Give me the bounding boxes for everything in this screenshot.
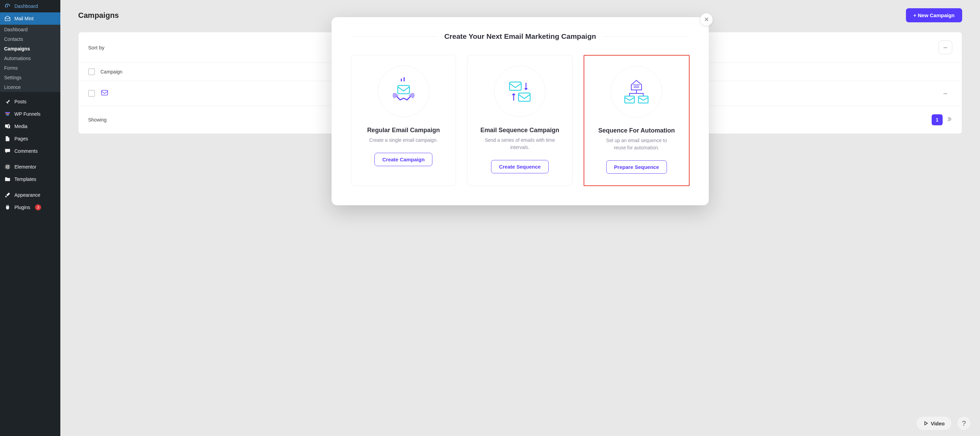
main-content: Campaigns + New Campaign Sort by ··· Cam… bbox=[60, 0, 980, 436]
svg-rect-9 bbox=[102, 90, 108, 95]
svg-rect-14 bbox=[519, 93, 530, 101]
app-root: Dashboard Mail Mint Dashboard Contacts C… bbox=[0, 0, 980, 436]
svg-rect-12 bbox=[398, 85, 409, 94]
plug-icon bbox=[4, 204, 11, 211]
play-icon bbox=[923, 420, 929, 426]
sequence-envelopes-icon bbox=[494, 65, 546, 117]
sidebar-item-label: Media bbox=[14, 124, 27, 129]
sort-label[interactable]: Sort by bbox=[88, 45, 105, 51]
sidebar-item-label: Mail Mint bbox=[14, 16, 33, 21]
video-button[interactable]: Video bbox=[916, 416, 952, 431]
svg-rect-0 bbox=[5, 112, 10, 113]
card-description: Create a single email campaign. bbox=[369, 137, 438, 144]
sidebar-item-plugins[interactable]: Plugins 3 bbox=[0, 201, 60, 214]
sidebar-item-label: Pages bbox=[14, 136, 28, 141]
card-description: Send a series of emails with time interv… bbox=[484, 137, 556, 151]
submenu-campaigns[interactable]: Campaigns bbox=[0, 44, 60, 54]
pagination: 1 bbox=[932, 114, 952, 125]
sidebar-item-elementor[interactable]: Elementor bbox=[0, 161, 60, 173]
sidebar-item-dashboard[interactable]: Dashboard bbox=[0, 0, 60, 12]
sidebar-item-media[interactable]: Media bbox=[0, 120, 60, 133]
row-checkbox[interactable] bbox=[88, 90, 95, 97]
page-title: Campaigns bbox=[78, 11, 119, 20]
comment-icon bbox=[4, 148, 11, 155]
pin-icon bbox=[4, 98, 11, 105]
card-title: Sequence For Automation bbox=[598, 127, 675, 134]
card-description: Set up an email sequence to reuse for au… bbox=[600, 137, 673, 152]
page-1-button[interactable]: 1 bbox=[932, 114, 943, 125]
close-icon[interactable]: ✕ bbox=[700, 13, 713, 26]
sidebar-item-label: WP Funnels bbox=[14, 111, 40, 117]
sidebar-item-appearance[interactable]: Appearance bbox=[0, 189, 60, 201]
svg-rect-10 bbox=[401, 78, 402, 81]
submenu-forms[interactable]: Forms bbox=[0, 63, 60, 73]
admin-sidebar: Dashboard Mail Mint Dashboard Contacts C… bbox=[0, 0, 60, 436]
campaign-type-cards: Regular Email Campaign Create a single e… bbox=[351, 55, 690, 186]
new-campaign-button[interactable]: + New Campaign bbox=[906, 8, 962, 22]
bulk-actions-button[interactable]: ··· bbox=[939, 40, 952, 54]
sidebar-item-label: Comments bbox=[14, 148, 38, 154]
elementor-icon bbox=[4, 163, 11, 170]
folder-icon bbox=[4, 176, 11, 183]
submenu-dashboard[interactable]: Dashboard bbox=[0, 25, 60, 34]
campaign-type-icon bbox=[100, 89, 109, 98]
update-badge: 3 bbox=[35, 204, 41, 211]
svg-rect-8 bbox=[7, 168, 9, 169]
select-all-checkbox[interactable] bbox=[88, 68, 95, 75]
sidebar-item-label: Appearance bbox=[14, 192, 40, 198]
automation-tree-icon bbox=[611, 66, 662, 117]
sidebar-item-label: Posts bbox=[14, 99, 26, 104]
showing-text: Showing bbox=[88, 117, 107, 123]
page-icon bbox=[4, 135, 11, 142]
help-button[interactable]: ? bbox=[957, 416, 971, 431]
sidebar-item-posts[interactable]: Posts bbox=[0, 96, 60, 108]
sidebar-item-wpfunnels[interactable]: WP Funnels bbox=[0, 108, 60, 120]
card-email-sequence: Email Sequence Campaign Send a series of… bbox=[467, 55, 572, 186]
svg-rect-5 bbox=[6, 166, 7, 169]
svg-rect-2 bbox=[6, 115, 9, 116]
card-regular-email: Regular Email Campaign Create a single e… bbox=[351, 55, 456, 186]
sidebar-submenu: Dashboard Contacts Campaigns Automations… bbox=[0, 25, 60, 92]
submenu-licence[interactable]: Licence bbox=[0, 82, 60, 92]
svg-rect-6 bbox=[7, 166, 9, 166]
sidebar-item-mailmint[interactable]: Mail Mint bbox=[0, 12, 60, 25]
sidebar-item-templates[interactable]: Templates bbox=[0, 173, 60, 185]
modal-title-wrap: Create Your Next Email Marketing Campaig… bbox=[351, 32, 690, 40]
sidebar-item-pages[interactable]: Pages bbox=[0, 133, 60, 145]
create-campaign-modal: ✕ Create Your Next Email Marketing Campa… bbox=[332, 17, 709, 205]
card-title: Email Sequence Campaign bbox=[480, 127, 559, 134]
svg-rect-16 bbox=[638, 96, 648, 103]
svg-rect-13 bbox=[509, 82, 521, 90]
prepare-sequence-button[interactable]: Prepare Sequence bbox=[606, 160, 667, 174]
svg-rect-11 bbox=[404, 77, 405, 81]
svg-rect-7 bbox=[7, 166, 9, 167]
funnel-icon bbox=[4, 110, 11, 117]
next-page-button[interactable] bbox=[946, 116, 952, 124]
hands-envelope-icon bbox=[378, 65, 429, 117]
envelope-open-icon bbox=[4, 15, 11, 22]
create-sequence-button[interactable]: Create Sequence bbox=[491, 160, 549, 173]
sidebar-item-comments[interactable]: Comments bbox=[0, 145, 60, 157]
create-campaign-button[interactable]: Create Campaign bbox=[374, 153, 433, 166]
card-sequence-automation: Sequence For Automation Set up an email … bbox=[584, 55, 690, 186]
submenu-automations[interactable]: Automations bbox=[0, 54, 60, 63]
sidebar-item-label: Plugins bbox=[14, 204, 30, 210]
svg-point-3 bbox=[8, 124, 10, 125]
row-actions-button[interactable]: ··· bbox=[939, 86, 952, 100]
help-footer: Video ? bbox=[916, 416, 971, 431]
sidebar-item-label: Templates bbox=[14, 176, 37, 182]
submenu-settings[interactable]: Settings bbox=[0, 73, 60, 82]
brush-icon bbox=[4, 192, 11, 198]
card-title: Regular Email Campaign bbox=[367, 127, 440, 134]
sidebar-item-label: Dashboard bbox=[14, 3, 38, 9]
media-icon bbox=[4, 123, 11, 130]
gauge-icon bbox=[4, 3, 11, 10]
svg-rect-15 bbox=[625, 96, 634, 103]
video-label: Video bbox=[931, 420, 945, 426]
column-campaign: Campaign bbox=[100, 69, 123, 75]
svg-rect-1 bbox=[6, 113, 10, 114]
sidebar-item-label: Elementor bbox=[14, 164, 37, 169]
submenu-contacts[interactable]: Contacts bbox=[0, 34, 60, 44]
modal-title: Create Your Next Email Marketing Campaig… bbox=[444, 32, 596, 40]
